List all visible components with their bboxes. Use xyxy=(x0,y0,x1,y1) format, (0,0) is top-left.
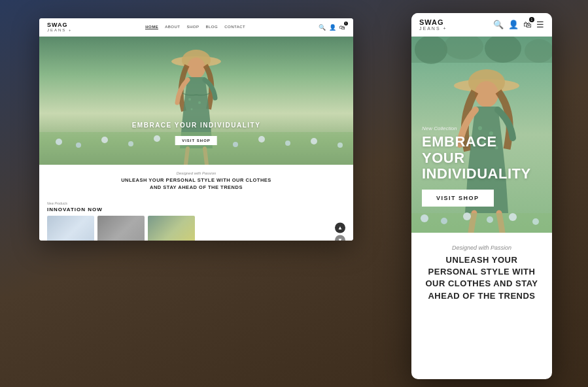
cart-badge: 1 xyxy=(344,22,348,25)
mobile-menu-icon[interactable]: ☰ xyxy=(536,20,544,29)
mobile-designed-with: Designed with Passion xyxy=(422,244,542,251)
desktop-brand-name: SWAG xyxy=(47,22,73,28)
svg-point-36 xyxy=(487,216,493,223)
desktop-nav-contact[interactable]: CONTACT xyxy=(224,25,245,29)
mobile-hero-title-line1: EMBRACE YOUR xyxy=(422,133,497,165)
desktop-hero-text: EMBRACE YOUR INDIVIDUALITY VISIT SHOP xyxy=(132,122,261,145)
desktop-nav: HOME ABOUT SHOP BLOG CONTACT xyxy=(145,25,245,29)
mobile-headline-line1: UNLEASH YOUR xyxy=(446,255,518,265)
carousel-next-button[interactable]: ▲ xyxy=(335,222,345,233)
desktop-innovation-title: INNOVATION NOW xyxy=(47,207,345,212)
mobile-nav-icons: 🔍 👤 🛍 1 ☰ xyxy=(493,20,544,29)
desktop-nav-icons: 🔍 👤 🛍 1 xyxy=(319,24,345,31)
desktop-headline-line1: UNLEASH YOUR PERSONAL STYLE WITH OUR CLO… xyxy=(121,177,271,183)
svg-point-8 xyxy=(76,143,81,148)
desktop-headline-line2: AND STAY AHEAD OF THE TRENDS xyxy=(150,184,243,190)
mobile-user-icon[interactable]: 👤 xyxy=(508,20,519,29)
svg-point-7 xyxy=(56,139,62,145)
desktop-nav-about[interactable]: ABOUT xyxy=(165,25,180,29)
carousel-buttons: ▲ ▼ xyxy=(335,222,345,241)
svg-point-9 xyxy=(101,137,108,143)
desktop-product-thumbs: ▲ ▼ xyxy=(47,216,345,241)
product-thumb-2[interactable] xyxy=(97,216,145,241)
svg-point-35 xyxy=(463,212,471,220)
mobile-hero: New Collection EMBRACE YOUR INDIVIDUALIT… xyxy=(411,37,552,233)
svg-point-16 xyxy=(285,141,290,146)
desktop-mockup: SWAG JEANS + HOME ABOUT SHOP BLOG CONTAC… xyxy=(39,18,353,241)
product-thumb-3[interactable] xyxy=(148,216,195,241)
desktop-unleash-text: UNLEASH YOUR PERSONAL STYLE WITH OUR CLO… xyxy=(52,177,340,191)
mobile-hero-overlay: New Collection EMBRACE YOUR INDIVIDUALIT… xyxy=(422,126,542,207)
desktop-nav-home[interactable]: HOME xyxy=(145,25,158,29)
user-icon[interactable]: 👤 xyxy=(329,24,336,31)
mobile-mockup: SWAG JEANS + 🔍 👤 🛍 1 ☰ xyxy=(411,13,552,379)
mobile-headline-line2: PERSONAL STYLE WITH xyxy=(428,267,536,277)
mobile-new-collection-tag: New Collection xyxy=(422,126,542,131)
svg-rect-32 xyxy=(411,213,552,233)
mobile-hero-title: EMBRACE YOUR INDIVIDUALITY xyxy=(422,134,542,182)
svg-point-18 xyxy=(337,143,343,148)
svg-point-3 xyxy=(188,98,191,101)
desktop-navbar: SWAG JEANS + HOME ABOUT SHOP BLOG CONTAC… xyxy=(39,18,353,37)
mobile-search-icon[interactable]: 🔍 xyxy=(493,20,504,29)
scene: SWAG JEANS + HOME ABOUT SHOP BLOG CONTAC… xyxy=(0,0,588,387)
cart-icon-wrapper[interactable]: 🛍 1 xyxy=(339,24,345,31)
svg-point-33 xyxy=(421,214,428,222)
product-thumb-1[interactable] xyxy=(47,216,94,241)
mobile-hero-title-line2: INDIVIDUALITY xyxy=(422,165,531,182)
desktop-designed-with: Designed with Passion xyxy=(52,171,340,175)
svg-point-4 xyxy=(198,101,201,104)
svg-point-27 xyxy=(475,81,498,107)
desktop-brand-sub: JEANS + xyxy=(47,28,73,32)
desktop-hero: EMBRACE YOUR INDIVIDUALITY VISIT SHOP xyxy=(39,37,353,165)
svg-point-21 xyxy=(415,37,447,64)
desktop-section: Designed with Passion UNLEASH YOUR PERSO… xyxy=(39,165,353,197)
mobile-unleash-text: UNLEASH YOUR PERSONAL STYLE WITH OUR CLO… xyxy=(422,254,542,302)
mobile-cart-badge: 1 xyxy=(529,17,534,22)
svg-point-24 xyxy=(525,39,552,63)
desktop-nav-blog[interactable]: BLOG xyxy=(205,25,218,29)
mobile-brand-name: SWAG xyxy=(419,19,447,26)
desktop-new-products-label: New Products xyxy=(47,201,345,205)
mobile-logo: SWAG JEANS + xyxy=(419,19,447,31)
desktop-logo: SWAG JEANS + xyxy=(47,22,73,32)
desktop-products: New Products INNOVATION NOW ▲ ▼ xyxy=(39,197,353,241)
svg-point-2 xyxy=(187,58,205,78)
desktop-visit-shop-button[interactable]: VISIT SHOP xyxy=(175,136,217,145)
desktop-nav-shop[interactable]: SHOP xyxy=(186,25,199,29)
mobile-section: Designed with Passion UNLEASH YOUR PERSO… xyxy=(411,233,552,314)
svg-point-34 xyxy=(441,218,447,224)
mobile-headline-line4: AHEAD OF THE TRENDS xyxy=(428,291,535,301)
desktop-hero-tagline: EMBRACE YOUR INDIVIDUALITY xyxy=(132,122,261,129)
mobile-visit-shop-button[interactable]: VISIT SHOP xyxy=(422,190,494,207)
svg-point-38 xyxy=(532,218,539,225)
search-icon[interactable]: 🔍 xyxy=(319,24,326,31)
svg-point-37 xyxy=(509,213,517,221)
svg-point-5 xyxy=(191,109,193,110)
mobile-cart-wrapper[interactable]: 🛍 1 xyxy=(523,20,532,29)
mobile-navbar: SWAG JEANS + 🔍 👤 🛍 1 ☰ xyxy=(411,13,552,37)
svg-point-17 xyxy=(311,138,317,144)
mobile-brand-sub: JEANS + xyxy=(419,26,447,31)
carousel-prev-button[interactable]: ▼ xyxy=(335,235,345,241)
mobile-headline-line3: OUR CLOTHES AND STAY xyxy=(425,278,538,288)
